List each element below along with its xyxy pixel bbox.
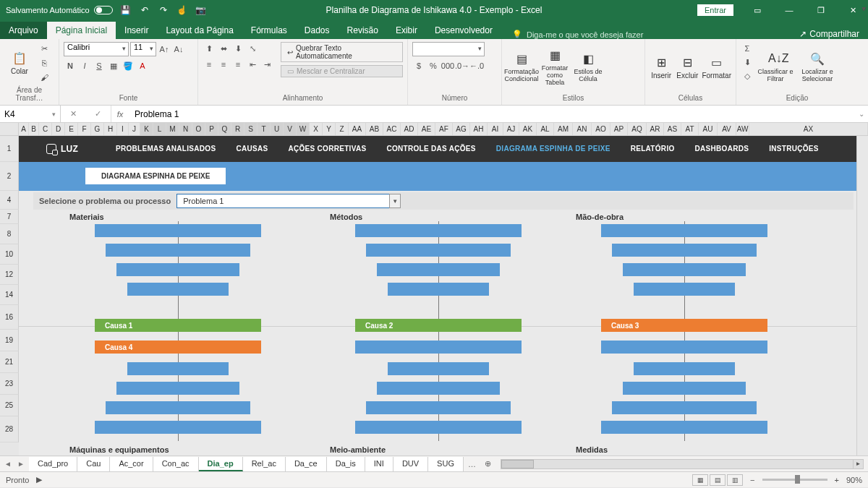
- horizontal-scrollbar[interactable]: ◄►: [501, 459, 864, 469]
- page-layout-button[interactable]: ▤: [710, 474, 726, 486]
- row-16[interactable]: 16: [0, 305, 19, 330]
- bold-button[interactable]: N: [64, 59, 77, 72]
- col-Z[interactable]: Z: [336, 123, 349, 135]
- sheet-tab-DUV[interactable]: DUV: [393, 457, 428, 471]
- sheet-tab-INI[interactable]: INI: [365, 457, 393, 471]
- font-size-select[interactable]: 11: [130, 42, 156, 56]
- toggle-icon[interactable]: [94, 6, 113, 14]
- macro-icon[interactable]: ▶: [36, 475, 42, 484]
- prev-sheet-icon[interactable]: ◄: [4, 460, 12, 468]
- sheet-tab-Cau[interactable]: Cau: [77, 457, 110, 471]
- tab-formulas[interactable]: Fórmulas: [242, 22, 296, 39]
- format-painter-icon[interactable]: 🖌: [38, 71, 51, 84]
- align-left-icon[interactable]: ≡: [203, 58, 216, 71]
- col-C[interactable]: C: [39, 123, 52, 135]
- col-Y[interactable]: Y: [323, 123, 336, 135]
- zoom-slider[interactable]: [762, 479, 827, 481]
- orientation-icon[interactable]: ⤡: [246, 42, 259, 55]
- camera-icon[interactable]: 📷: [195, 4, 207, 16]
- scroll-right-icon[interactable]: ►: [853, 460, 863, 468]
- col-AE[interactable]: AE: [418, 123, 435, 135]
- format-table-button[interactable]: ▦Formatar como Tabela: [540, 42, 570, 93]
- col-AN[interactable]: AN: [573, 123, 592, 135]
- accept-formula-icon[interactable]: ✓: [95, 109, 101, 119]
- col-B[interactable]: B: [29, 123, 39, 135]
- col-AQ[interactable]: AQ: [628, 123, 647, 135]
- sheet-tab-Rel_ac[interactable]: Rel_ac: [243, 457, 286, 471]
- col-L[interactable]: L: [153, 123, 166, 135]
- copy-icon[interactable]: ⎘: [38, 56, 51, 69]
- zoom-level[interactable]: 90%: [846, 476, 862, 484]
- tab-view[interactable]: Exibir: [387, 22, 426, 39]
- col-AM[interactable]: AM: [554, 123, 573, 135]
- row-28[interactable]: 28: [0, 416, 19, 442]
- col-AG[interactable]: AG: [453, 123, 470, 135]
- col-AR[interactable]: AR: [647, 123, 664, 135]
- minimize-icon[interactable]: —: [774, 0, 804, 20]
- row-23[interactable]: 23: [0, 373, 19, 395]
- normal-view-button[interactable]: ▦: [692, 474, 708, 486]
- col-I[interactable]: I: [117, 123, 129, 135]
- sheet-tab-Dia_ep[interactable]: Dia_ep: [199, 457, 243, 471]
- col-R[interactable]: R: [231, 123, 244, 135]
- tab-file[interactable]: Arquivo: [0, 22, 47, 39]
- nav-causes[interactable]: CAUSAS: [226, 136, 278, 162]
- col-A[interactable]: A: [19, 123, 29, 135]
- sheet-content[interactable]: LUZ PROBLEMAS ANALISADOS CAUSAS AÇÕES CO…: [19, 136, 868, 455]
- zoom-in-button[interactable]: +: [835, 476, 839, 484]
- col-AT[interactable]: AT: [681, 123, 699, 135]
- col-AV[interactable]: AV: [718, 123, 736, 135]
- sheet-tab-Da_is[interactable]: Da_is: [327, 457, 365, 471]
- grow-font-icon[interactable]: A↑: [158, 43, 171, 56]
- col-U[interactable]: U: [271, 123, 284, 135]
- col-AB[interactable]: AB: [366, 123, 383, 135]
- tab-dev[interactable]: Desenvolvedor: [426, 22, 501, 39]
- redo-icon[interactable]: ↷: [158, 4, 169, 16]
- font-name-select[interactable]: Calibri: [64, 42, 129, 56]
- sheet-tab-SUG[interactable]: SUG: [428, 457, 464, 471]
- page-break-button[interactable]: ▥: [727, 474, 743, 486]
- currency-icon[interactable]: $: [412, 59, 425, 72]
- border-icon[interactable]: ▦: [107, 59, 120, 72]
- vertical-scrollbar[interactable]: [856, 136, 868, 455]
- col-K[interactable]: K: [140, 123, 153, 135]
- nav-report[interactable]: RELATÓRIO: [621, 136, 685, 162]
- save-icon[interactable]: 💾: [120, 4, 132, 16]
- select-all-triangle[interactable]: [0, 123, 19, 135]
- shrink-font-icon[interactable]: A↓: [172, 43, 185, 56]
- tab-insert[interactable]: Inserir: [116, 22, 157, 39]
- col-AD[interactable]: AD: [401, 123, 418, 135]
- cond-format-button[interactable]: ▤Formatação Condicional: [506, 42, 537, 93]
- row-19[interactable]: 19: [0, 330, 19, 351]
- col-AA[interactable]: AA: [349, 123, 366, 135]
- touch-icon[interactable]: ☝: [176, 4, 188, 16]
- percent-icon[interactable]: %: [427, 59, 440, 72]
- row-2[interactable]: 2: [0, 162, 19, 191]
- chevron-down-icon[interactable]: ▼: [389, 194, 401, 208]
- sort-filter-button[interactable]: A↓ZClassificar e Filtrar: [757, 42, 794, 93]
- align-mid-icon[interactable]: ⬌: [217, 42, 230, 55]
- wrap-text-button[interactable]: ↩Quebrar Texto Automaticamente: [281, 42, 403, 62]
- ribbon-options-icon[interactable]: ▭: [742, 0, 773, 20]
- nav-diagram[interactable]: DIAGRAMA ESPINHA DE PEIXE: [486, 136, 621, 162]
- row-8[interactable]: 8: [0, 224, 19, 244]
- problem-dropdown[interactable]: Problema 1 ▼: [176, 194, 401, 208]
- underline-button[interactable]: S: [93, 59, 106, 72]
- col-S[interactable]: S: [244, 123, 258, 135]
- autosum-icon[interactable]: Σ: [741, 42, 754, 55]
- find-select-button[interactable]: 🔍Localizar e Selecionar: [797, 42, 838, 93]
- col-J[interactable]: J: [129, 123, 140, 135]
- align-bot-icon[interactable]: ⬇: [231, 42, 244, 55]
- indent-dec-icon[interactable]: ⇤: [246, 58, 259, 71]
- col-AS[interactable]: AS: [664, 123, 681, 135]
- row-14[interactable]: 14: [0, 285, 19, 305]
- tabs-overflow[interactable]: …: [464, 458, 480, 471]
- scroll-thumb[interactable]: [501, 460, 534, 468]
- col-O[interactable]: O: [192, 123, 205, 135]
- col-P[interactable]: P: [205, 123, 218, 135]
- col-V[interactable]: V: [284, 123, 297, 135]
- fill-color-icon[interactable]: 🪣: [122, 59, 135, 72]
- row-25[interactable]: 25: [0, 395, 19, 416]
- col-G[interactable]: G: [91, 123, 104, 135]
- comma-icon[interactable]: 000: [441, 59, 454, 72]
